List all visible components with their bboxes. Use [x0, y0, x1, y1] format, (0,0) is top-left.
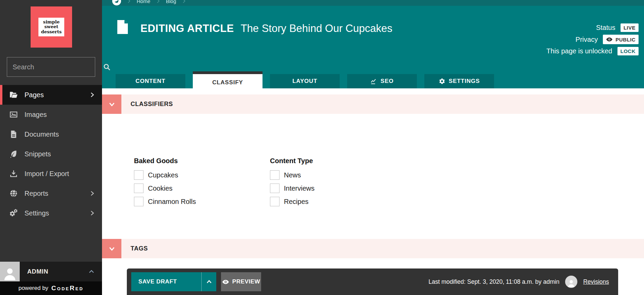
sidebar-item-label: Reports — [24, 190, 89, 197]
status-row: Status LIVE — [596, 23, 639, 32]
document-icon — [9, 130, 18, 139]
gear-icon — [439, 78, 445, 85]
chart-icon — [370, 78, 377, 85]
privacy-value: PUBLIC — [615, 37, 635, 42]
collapse-toggle-button[interactable] — [102, 239, 121, 258]
globe-icon — [9, 189, 18, 198]
account-menu[interactable]: ADMIN — [0, 262, 102, 281]
leaf-icon — [9, 150, 18, 158]
lock-status-text: This page is unlocked — [546, 47, 612, 55]
save-draft-group: SAVE DRAFT — [131, 272, 216, 291]
revisions-link[interactable]: Revisions — [583, 278, 609, 285]
checkbox-row: Cookies — [134, 184, 196, 193]
tab-seo[interactable]: SEO — [347, 74, 417, 88]
last-modified-text: Last modified: Sept. 3, 2020, 11:08 a.m.… — [428, 278, 559, 285]
section-title: CLASSIFIERS — [131, 101, 173, 108]
image-icon — [9, 110, 18, 119]
chevron-right-icon — [89, 92, 95, 98]
checkbox[interactable] — [134, 184, 143, 193]
eye-icon — [606, 36, 613, 43]
breadcrumb-home[interactable]: Home — [137, 0, 150, 4]
sidebar-item-label: Images — [24, 111, 95, 119]
site-logo-text: simple sweet desserts — [38, 18, 64, 36]
site-logo: simple sweet desserts — [31, 6, 72, 48]
sidebar-item-import-export[interactable]: Import / Export — [0, 164, 102, 184]
collapse-toggle-button[interactable] — [102, 94, 121, 114]
breadcrumb-separator-icon — [126, 0, 131, 3]
sidebar-item-settings[interactable]: Settings — [0, 203, 102, 223]
sidebar-item-label: Import / Export — [24, 170, 95, 178]
save-draft-button[interactable]: SAVE DRAFT — [131, 272, 201, 291]
classifier-group-content-type: Content Type News Interviews Recipes — [270, 157, 315, 210]
checkbox-row: News — [270, 170, 315, 180]
checkbox[interactable] — [270, 184, 279, 193]
sidebar-item-label: Snippets — [24, 150, 95, 158]
breadcrumb: Home Blog — [102, 0, 644, 6]
classifiers-section-header[interactable]: CLASSIFIERS — [102, 94, 644, 114]
checkbox-label[interactable]: Cookies — [148, 185, 172, 192]
live-status-button[interactable]: LIVE — [621, 23, 639, 32]
page-header: EDITING ARTICLE The Story Behind Our Cup… — [102, 6, 644, 88]
chevron-right-icon — [89, 210, 95, 216]
tab-layout[interactable]: LAYOUT — [270, 74, 340, 88]
preview-button[interactable]: PREVIEW — [221, 272, 261, 291]
action-bar: SAVE DRAFT PREVIEW Last modified: Sept. … — [127, 268, 618, 295]
tab-settings[interactable]: SETTINGS — [424, 74, 494, 88]
sidebar-item-pages[interactable]: Pages — [0, 85, 102, 105]
download-icon — [9, 169, 18, 178]
tab-label: SEO — [380, 78, 393, 85]
privacy-public-button[interactable]: PUBLIC — [603, 35, 639, 44]
footer-meta: Last modified: Sept. 3, 2020, 11:08 a.m.… — [428, 268, 609, 295]
checkbox-label[interactable]: Cupcakes — [148, 171, 178, 179]
classifier-group-baked-goods: Baked Goods Cupcakes Cookies Cinnamon Ro… — [134, 157, 196, 210]
tab-label: CLASSIFY — [212, 79, 243, 86]
gears-icon — [9, 209, 18, 218]
group-title: Baked Goods — [134, 157, 196, 165]
article-title: The Story Behind Our Cupcakes — [241, 22, 392, 34]
sidebar-item-label: Pages — [24, 91, 89, 99]
folder-icon — [9, 90, 18, 99]
checkbox-label[interactable]: News — [284, 171, 301, 179]
preview-label: PREVIEW — [232, 278, 260, 285]
checkbox[interactable] — [270, 197, 279, 206]
checkbox-row: Interviews — [270, 184, 315, 193]
search-icon[interactable] — [103, 63, 111, 71]
status-label: Status — [596, 24, 615, 32]
checkbox[interactable] — [134, 197, 143, 206]
sidebar-search — [7, 57, 95, 77]
tab-content[interactable]: CONTENT — [116, 74, 185, 88]
save-options-button[interactable] — [201, 272, 216, 291]
checkbox-label[interactable]: Recipes — [284, 198, 308, 206]
sidebar-item-reports[interactable]: Reports — [0, 184, 102, 203]
chevron-up-icon — [88, 268, 95, 275]
logo-line: sweet — [44, 24, 58, 30]
privacy-row: Privacy PUBLIC — [576, 35, 639, 44]
checkbox-row: Cupcakes — [134, 170, 196, 180]
admin-avatar — [565, 276, 577, 288]
search-input[interactable] — [13, 63, 103, 71]
sidebar-item-snippets[interactable]: Snippets — [0, 144, 102, 164]
checkbox-row: Recipes — [270, 197, 315, 206]
page-title: EDITING ARTICLE The Story Behind Our Cup… — [140, 22, 392, 35]
breadcrumb-separator-icon — [156, 0, 160, 3]
tags-section-header[interactable]: TAGS — [102, 239, 644, 258]
logo-line: desserts — [41, 30, 62, 35]
admin-avatar — [0, 262, 20, 281]
checkbox-label[interactable]: Interviews — [284, 185, 315, 192]
checkbox[interactable] — [270, 170, 279, 180]
sidebar-item-documents[interactable]: Documents — [0, 124, 102, 144]
eye-icon — [222, 278, 229, 285]
checkbox-label[interactable]: Cinnamon Rolls — [148, 198, 196, 206]
lock-button[interactable]: LOCK — [617, 47, 639, 55]
lock-row: This page is unlocked LOCK — [546, 47, 639, 55]
wagtail-bird-icon[interactable] — [112, 0, 121, 5]
logo-line: simple — [43, 20, 60, 25]
main-area: Home Blog EDITING ARTICLE The Story Behi… — [102, 0, 644, 295]
tab-classify[interactable]: CLASSIFY — [193, 71, 262, 91]
privacy-label: Privacy — [576, 36, 598, 44]
checkbox[interactable] — [134, 170, 143, 180]
chevron-right-icon — [89, 190, 95, 196]
sidebar-item-images[interactable]: Images — [0, 105, 102, 124]
breadcrumb-blog[interactable]: Blog — [166, 0, 176, 4]
checkbox-row: Cinnamon Rolls — [134, 197, 196, 206]
